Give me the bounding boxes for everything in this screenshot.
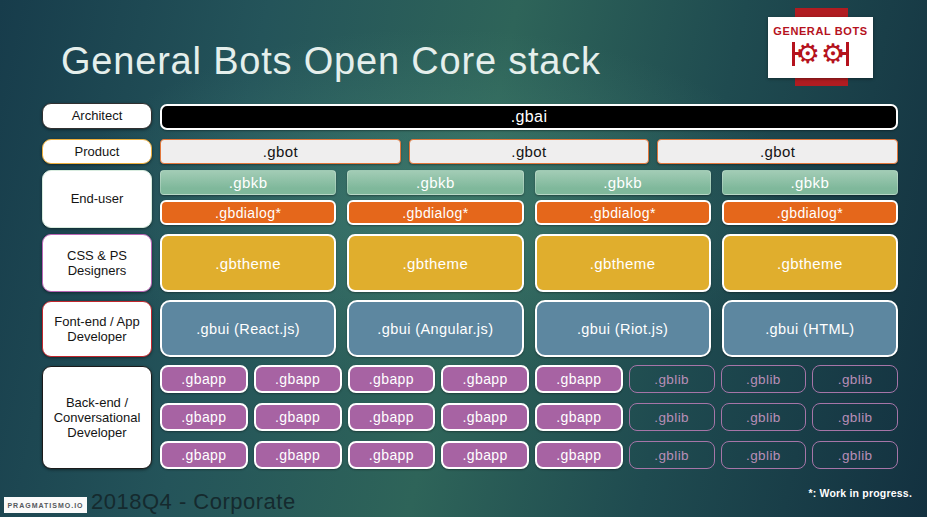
stack-box-gbapp: .gbapp [160, 403, 248, 431]
stack-box-gbapp: .gbapp [441, 403, 529, 431]
stack-box-gblib: .gblib [721, 441, 807, 469]
stack-box-gbtheme: .gbtheme [722, 234, 898, 292]
stack-box-gblib: .gblib [721, 403, 807, 431]
stack-box-gblib: .gblib [721, 365, 807, 393]
stack-box-gbtheme: .gbtheme [347, 234, 523, 292]
layer-backend-row-1: .gbapp .gbapp .gbapp .gbapp .gbapp .gbli… [160, 365, 898, 393]
layer-gbkb: .gbkb .gbkb .gbkb .gbkb [160, 170, 898, 195]
stack-box-gbapp: .gbapp [535, 403, 623, 431]
stack-box-gbapp: .gbapp [160, 441, 248, 469]
stack-box-gbapp: .gbapp [160, 365, 248, 393]
slide-footer-label: 2018Q4 - Corporate [91, 489, 296, 515]
gears-icon: ⚙ ⚙ [792, 38, 849, 70]
stack-box-gbapp: .gbapp [348, 403, 436, 431]
stack-box-gbapp: .gbapp [254, 441, 342, 469]
gear-bar-left-icon [792, 42, 795, 66]
work-in-progress-note: *: Work in progress. [808, 487, 912, 499]
stack-box-gbui-html: .gbui (HTML) [722, 300, 898, 357]
role-label-frontend-app-developer: Font-end / App Developer [42, 301, 152, 357]
stack-box-gbdialog: .gbdialog* [722, 200, 898, 225]
stack-box-gbtheme: .gbtheme [160, 234, 336, 292]
layer-gbui: .gbui (React.js) .gbui (Angular.js) .gbu… [160, 300, 898, 357]
layer-gbai: .gbai [160, 104, 898, 130]
stack-box-gbui-react: .gbui (React.js) [160, 300, 336, 357]
stack-box-gbapp: .gbapp [348, 441, 436, 469]
stack-box-gbdialog: .gbdialog* [160, 200, 336, 225]
stack-box-gbapp: .gbapp [535, 365, 623, 393]
stack-box-gbot: .gbot [657, 139, 898, 164]
layer-gbot: .gbot .gbot .gbot [160, 139, 898, 164]
role-label-product: Product [42, 139, 152, 164]
stack-box-gblib: .gblib [629, 441, 715, 469]
layer-gbdialog: .gbdialog* .gbdialog* .gbdialog* .gbdial… [160, 200, 898, 225]
stack-box-gblib: .gblib [812, 403, 898, 431]
stack-box-gblib: .gblib [629, 403, 715, 431]
stack-box-gbui-riot: .gbui (Riot.js) [535, 300, 711, 357]
role-label-backend-conversational-developer: Back-end / Conversational Developer [42, 366, 152, 469]
stack-box-gbui-angular: .gbui (Angular.js) [347, 300, 523, 357]
stack-box-gbai: .gbai [160, 104, 898, 130]
stack-box-gbdialog: .gbdialog* [347, 200, 523, 225]
role-label-css-ps-designers: CSS & PS Designers [42, 234, 152, 292]
general-bots-logo: GENERAL BOTS ⚙ ⚙ [768, 17, 873, 78]
role-label-end-user: End-user [42, 170, 152, 228]
logo-brand-text: GENERAL BOTS [773, 25, 867, 37]
layer-backend-row-2: .gbapp .gbapp .gbapp .gbapp .gbapp .gbli… [160, 403, 898, 431]
stack-box-gbapp: .gbapp [535, 441, 623, 469]
stack-box-gbkb: .gbkb [535, 170, 711, 195]
layer-backend-row-3: .gbapp .gbapp .gbapp .gbapp .gbapp .gbli… [160, 441, 898, 469]
role-label-architect: Architect [42, 103, 152, 129]
pragmatismo-watermark: PRAGMATISMO.IO [4, 497, 87, 513]
stack-box-gbkb: .gbkb [722, 170, 898, 195]
stack-box-gbapp: .gbapp [441, 441, 529, 469]
stack-box-gbot: .gbot [160, 139, 401, 164]
stack-box-gblib: .gblib [629, 365, 715, 393]
stack-box-gblib: .gblib [812, 365, 898, 393]
stack-box-gbkb: .gbkb [347, 170, 523, 195]
stack-box-gbtheme: .gbtheme [535, 234, 711, 292]
stack-box-gbapp: .gbapp [441, 365, 529, 393]
stack-box-gbkb: .gbkb [160, 170, 336, 195]
stack-box-gbot: .gbot [409, 139, 650, 164]
gear-bar-right-icon [846, 42, 849, 66]
stack-box-gblib: .gblib [812, 441, 898, 469]
slide-general-bots-open-core-stack: General Bots Open Core stack GENERAL BOT… [0, 0, 927, 517]
stack-box-gbapp: .gbapp [254, 403, 342, 431]
layer-gbtheme: .gbtheme .gbtheme .gbtheme .gbtheme [160, 234, 898, 292]
page-title: General Bots Open Core stack [61, 38, 601, 84]
stack-box-gbapp: .gbapp [348, 365, 436, 393]
stack-box-gbapp: .gbapp [254, 365, 342, 393]
stack-box-gbdialog: .gbdialog* [535, 200, 711, 225]
